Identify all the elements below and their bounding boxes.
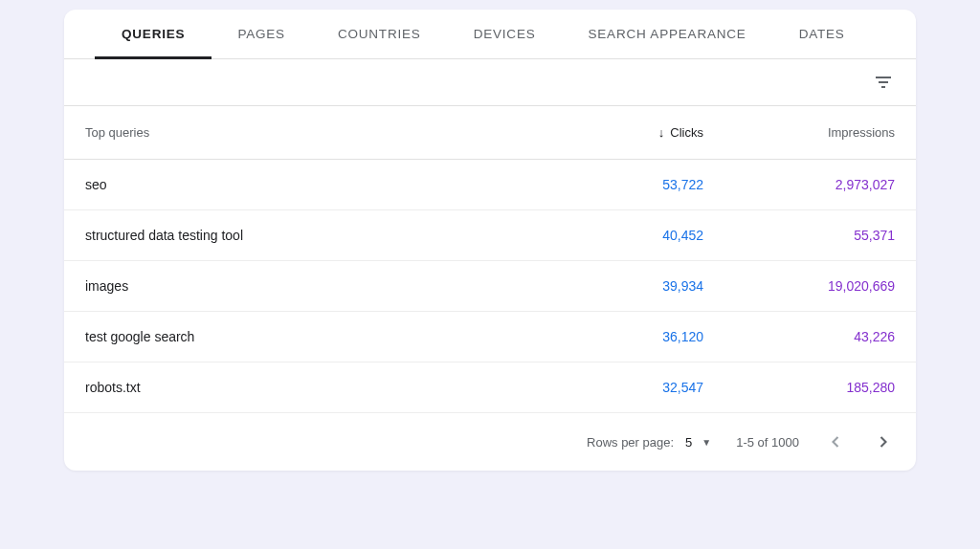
cell-clicks: 40,452 <box>550 228 703 243</box>
filter-icon[interactable] <box>872 71 895 94</box>
cell-query: robots.txt <box>85 380 550 395</box>
table-row[interactable]: structured data testing tool 40,452 55,3… <box>64 210 916 261</box>
header-impressions[interactable]: Impressions <box>703 125 895 140</box>
performance-card: QUERIES PAGES COUNTRIES DEVICES SEARCH A… <box>64 10 916 471</box>
page-range: 1-5 of 1000 <box>736 435 799 450</box>
header-clicks[interactable]: ↓ Clicks <box>550 125 703 140</box>
tab-queries[interactable]: QUERIES <box>122 27 185 58</box>
rows-per-page-label: Rows per page: <box>587 435 674 450</box>
table-row[interactable]: test google search 36,120 43,226 <box>64 312 916 362</box>
cell-clicks: 36,120 <box>550 329 703 344</box>
tab-pages[interactable]: PAGES <box>237 27 285 58</box>
table-header: Top queries ↓ Clicks Impressions <box>64 106 916 160</box>
cell-impressions: 185,280 <box>703 380 895 395</box>
cell-impressions: 19,020,669 <box>703 278 895 294</box>
table-row[interactable]: seo 53,722 2,973,027 <box>64 160 916 210</box>
pagination-footer: Rows per page: 5 ▼ 1-5 of 1000 <box>64 413 916 471</box>
next-page-button[interactable] <box>872 430 895 453</box>
cell-clicks: 53,722 <box>550 177 703 192</box>
rows-per-page-select[interactable]: 5 ▼ <box>685 435 711 450</box>
caret-down-icon: ▼ <box>702 437 711 448</box>
tab-devices[interactable]: DEVICES <box>474 27 536 58</box>
cell-impressions: 2,973,027 <box>703 177 895 192</box>
cell-clicks: 39,934 <box>550 278 703 294</box>
tabs-bar: QUERIES PAGES COUNTRIES DEVICES SEARCH A… <box>64 10 916 59</box>
header-query[interactable]: Top queries <box>85 125 550 140</box>
tab-dates[interactable]: DATES <box>799 27 845 58</box>
cell-impressions: 55,371 <box>703 228 895 243</box>
cell-query: test google search <box>85 329 550 344</box>
tab-search-appearance[interactable]: SEARCH APPEARANCE <box>589 27 746 58</box>
cell-query: seo <box>85 177 550 192</box>
table-row[interactable]: robots.txt 32,547 185,280 <box>64 362 916 413</box>
rows-per-page: Rows per page: 5 ▼ <box>587 435 711 450</box>
cell-clicks: 32,547 <box>550 380 703 395</box>
sort-desc-icon: ↓ <box>658 125 665 140</box>
cell-query: structured data testing tool <box>85 228 550 243</box>
tab-countries[interactable]: COUNTRIES <box>338 27 421 58</box>
rows-per-page-value: 5 <box>685 435 692 450</box>
filter-bar <box>64 59 916 106</box>
header-clicks-label: Clicks <box>670 125 703 140</box>
prev-page-button[interactable] <box>824 430 847 453</box>
cell-query: images <box>85 278 550 294</box>
table-row[interactable]: images 39,934 19,020,669 <box>64 261 916 312</box>
cell-impressions: 43,226 <box>703 329 895 344</box>
